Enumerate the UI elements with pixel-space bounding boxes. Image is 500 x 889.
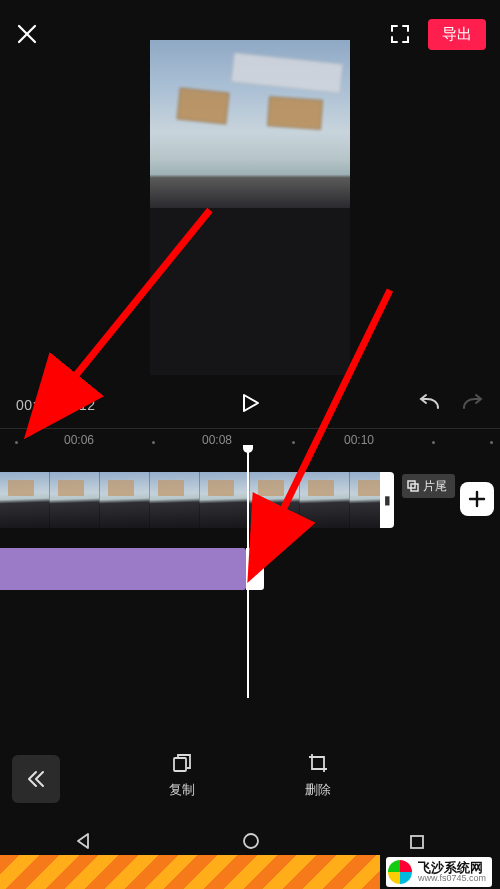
copy-button[interactable]: 复制 [169,751,195,813]
playhead[interactable] [247,448,249,698]
watermark: 飞沙系统网 www.fs0745.com [386,857,492,887]
nav-home-button[interactable] [241,831,261,855]
ending-clip-button[interactable]: 片尾 [402,474,455,498]
delete-button[interactable]: 删除 [305,751,331,813]
time-readout: 00:08/00:12 [16,397,95,413]
ruler-mark: 00:08 [202,433,232,447]
watermark-logo-icon [388,860,412,884]
close-button[interactable] [14,21,40,47]
svg-marker-8 [78,834,88,848]
audio-clip[interactable] [0,548,246,590]
video-clip[interactable] [0,472,380,528]
video-preview[interactable] [150,40,350,375]
watermark-url: www.fs0745.com [418,874,486,883]
undo-button[interactable] [416,392,442,418]
redo-button[interactable] [460,392,486,418]
ruler-mark: 00:10 [344,433,374,447]
nav-back-button[interactable] [74,831,94,855]
svg-rect-7 [174,758,186,771]
ending-clip-label: 片尾 [423,478,447,495]
video-clip-end-handle[interactable]: ▮ [380,472,394,528]
export-button[interactable]: 导出 [428,19,486,50]
svg-point-9 [244,834,258,848]
copy-label: 复制 [169,781,195,799]
ruler-mark: 00:06 [64,433,94,447]
decorative-stripe [0,855,380,889]
copy-icon [170,751,194,775]
add-clip-button[interactable] [460,482,494,516]
play-button[interactable] [239,392,261,418]
export-label: 导出 [442,25,472,42]
nav-recent-button[interactable] [408,833,426,855]
timeline[interactable]: ▮ 片尾 ▮ [0,458,500,708]
crop-delete-icon [306,751,330,775]
svg-marker-2 [244,395,258,411]
fullscreen-button[interactable] [388,22,412,46]
delete-label: 删除 [305,781,331,799]
svg-rect-10 [411,836,423,848]
